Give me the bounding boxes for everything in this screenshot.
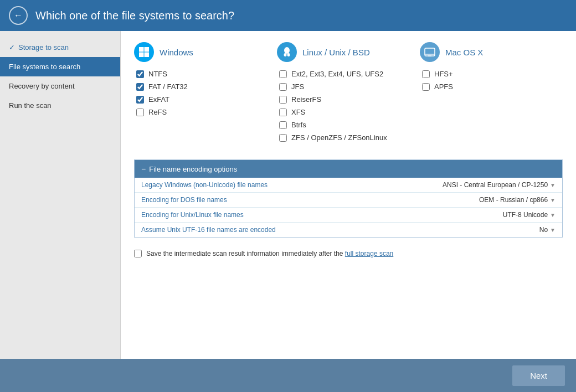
label-xfs: XFS — [291, 108, 305, 116]
os-column-linux: Linux / Unix / BSD Ext2, Ext3, Ext4, UFS… — [277, 42, 420, 146]
checkbox-exfat[interactable] — [136, 96, 144, 104]
encoding-label-unix: Encoding for Unix/Linux file names — [141, 211, 503, 219]
collapse-icon[interactable]: − — [141, 164, 146, 173]
encoding-label-dos: Encoding for DOS file names — [141, 196, 479, 204]
label-jfs: JFS — [291, 82, 304, 91]
os-columns: Windows NTFS FAT / FAT32 E — [134, 42, 563, 146]
checkmark-icon: ✓ — [9, 43, 15, 51]
encoding-val-legacy-text: ANSI - Central European / CP-1250 — [443, 181, 548, 189]
fs-item-fat32: FAT / FAT32 — [136, 82, 277, 91]
save-link-full-storage[interactable]: full storage scan — [345, 250, 393, 257]
encoding-row-utf16: Assume Unix UTF-16 file names are encode… — [135, 223, 562, 237]
macos-icon — [420, 42, 440, 62]
checkbox-ext[interactable] — [279, 70, 287, 78]
os-column-windows: Windows NTFS FAT / FAT32 E — [134, 42, 277, 146]
checkbox-zfs[interactable] — [279, 134, 287, 142]
sidebar-label-recovery: Recovery by content — [9, 82, 75, 90]
header: ← Which one of the file systems to searc… — [0, 0, 576, 31]
os-header-windows: Windows — [134, 42, 277, 62]
checkbox-reiserfs[interactable] — [279, 96, 287, 104]
encoding-header: − File name encoding options — [135, 160, 562, 178]
fs-item-apfs: APFS — [422, 82, 563, 91]
fs-item-ntfs: NTFS — [136, 70, 277, 78]
sidebar-label-storage: Storage to scan — [18, 43, 69, 51]
svg-rect-9 — [425, 48, 435, 56]
checkbox-apfs[interactable] — [422, 83, 430, 91]
os-header-linux: Linux / Unix / BSD — [277, 42, 420, 62]
svg-point-5 — [284, 53, 287, 56]
encoding-val-unix-text: UTF-8 Unicode — [503, 211, 548, 219]
encoding-val-utf16-text: No — [539, 226, 548, 234]
svg-rect-3 — [145, 53, 150, 58]
content-area: Windows NTFS FAT / FAT32 E — [121, 31, 576, 359]
label-exfat: ExFAT — [148, 95, 169, 104]
svg-rect-1 — [145, 47, 150, 52]
page-title: Which one of the file systems to search? — [35, 9, 234, 22]
macos-label: Mac OS X — [445, 48, 483, 57]
dropdown-arrow-dos: ▼ — [550, 197, 556, 203]
encoding-section: − File name encoding options Legacy Wind… — [134, 159, 563, 238]
fs-item-hfsplus: HFS+ — [422, 70, 563, 78]
linux-icon — [277, 42, 297, 62]
label-reiserfs: ReiserFS — [291, 95, 321, 104]
fs-item-btrfs: Btrfs — [279, 121, 420, 129]
save-option-row: Save the intermediate scan result inform… — [134, 245, 563, 262]
label-apfs: APFS — [434, 82, 453, 91]
dropdown-arrow-legacy: ▼ — [550, 182, 556, 188]
encoding-label-utf16: Assume Unix UTF-16 file names are encode… — [141, 226, 539, 234]
fs-item-refs: ReFS — [136, 108, 277, 116]
fs-item-xfs: XFS — [279, 108, 420, 116]
svg-point-6 — [287, 53, 290, 56]
back-icon: ← — [14, 11, 23, 20]
windows-icon — [134, 42, 154, 62]
linux-label: Linux / Unix / BSD — [302, 48, 370, 57]
os-header-macos: Mac OS X — [420, 42, 563, 62]
encoding-title: File name encoding options — [149, 165, 237, 173]
label-refs: ReFS — [148, 108, 167, 116]
sidebar-item-runscan[interactable]: Run the scan — [0, 96, 120, 115]
sidebar-item-recovery[interactable]: Recovery by content — [0, 76, 120, 96]
fs-item-exfat: ExFAT — [136, 95, 277, 104]
encoding-value-legacy[interactable]: ANSI - Central European / CP-1250 ▼ — [443, 181, 556, 189]
windows-fs-list: NTFS FAT / FAT32 ExFAT ReFS — [134, 70, 277, 116]
next-button[interactable]: Next — [512, 365, 565, 386]
label-ntfs: NTFS — [148, 70, 167, 78]
encoding-row-unix: Encoding for Unix/Linux file names UTF-8… — [135, 208, 562, 223]
fs-item-jfs: JFS — [279, 82, 420, 91]
label-ext: Ext2, Ext3, Ext4, UFS, UFS2 — [291, 70, 383, 78]
label-fat32: FAT / FAT32 — [148, 82, 188, 91]
fs-item-zfs: ZFS / OpenZFS / ZFSonLinux — [279, 133, 420, 142]
dropdown-arrow-unix: ▼ — [550, 212, 556, 218]
linux-fs-list: Ext2, Ext3, Ext4, UFS, UFS2 JFS ReiserFS — [277, 70, 420, 142]
encoding-value-unix[interactable]: UTF-8 Unicode ▼ — [503, 211, 556, 219]
save-text: Save the intermediate scan result inform… — [146, 250, 393, 257]
checkbox-jfs[interactable] — [279, 83, 287, 91]
encoding-value-dos[interactable]: OEM - Russian / cp866 ▼ — [479, 196, 556, 204]
checkbox-hfsplus[interactable] — [422, 70, 430, 78]
encoding-label-legacy: Legacy Windows (non-Unicode) file names — [141, 181, 443, 189]
checkbox-fat32[interactable] — [136, 83, 144, 91]
windows-label: Windows — [160, 48, 193, 57]
back-button[interactable]: ← — [9, 6, 28, 25]
dropdown-arrow-utf16: ▼ — [550, 227, 556, 233]
checkbox-btrfs[interactable] — [279, 121, 287, 129]
checkbox-xfs[interactable] — [279, 109, 287, 116]
encoding-value-utf16[interactable]: No ▼ — [539, 226, 556, 234]
sidebar-label-filesystems: File systems to search — [9, 63, 80, 71]
encoding-row-legacy: Legacy Windows (non-Unicode) file names … — [135, 178, 562, 193]
footer: Next — [0, 359, 576, 392]
save-text-before: Save the intermediate scan result inform… — [146, 250, 343, 257]
encoding-val-dos-text: OEM - Russian / cp866 — [479, 196, 548, 204]
label-btrfs: Btrfs — [291, 121, 306, 129]
sidebar-label-runscan: Run the scan — [9, 101, 52, 110]
checkbox-ntfs[interactable] — [136, 70, 144, 78]
checkbox-save-intermediate[interactable] — [134, 250, 142, 257]
content-inner: Windows NTFS FAT / FAT32 E — [121, 31, 576, 359]
sidebar-item-filesystems[interactable]: File systems to search — [0, 57, 120, 76]
checkbox-refs[interactable] — [136, 109, 144, 116]
sidebar-item-storage[interactable]: ✓ Storage to scan — [0, 38, 120, 57]
label-hfsplus: HFS+ — [434, 70, 453, 78]
fs-item-ext: Ext2, Ext3, Ext4, UFS, UFS2 — [279, 70, 420, 78]
label-zfs: ZFS / OpenZFS / ZFSonLinux — [291, 133, 387, 142]
os-column-macos: Mac OS X HFS+ APFS — [420, 42, 563, 146]
